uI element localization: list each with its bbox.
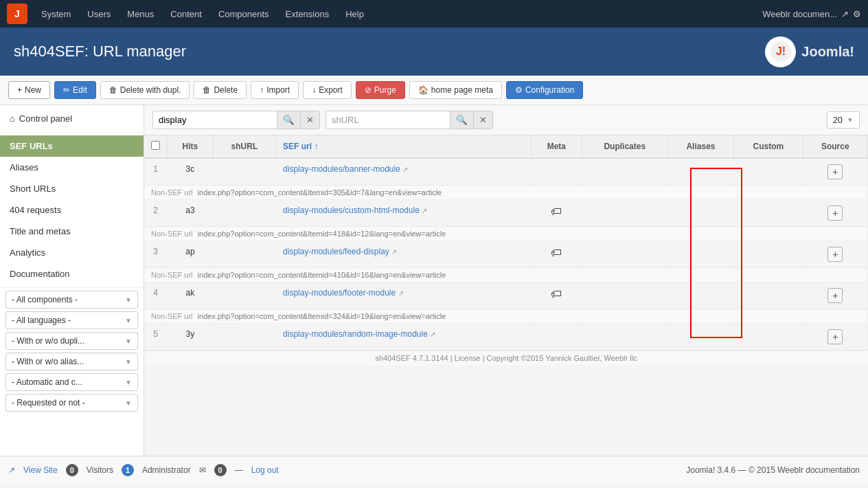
row-hits: ap	[168, 241, 214, 268]
row-sef-url: display-modules/feed-display ↗	[276, 241, 532, 268]
external-link-icon: ↗	[841, 9, 849, 19]
row-source: +	[803, 158, 867, 186]
row-shurl	[213, 241, 275, 268]
row-aliases	[667, 200, 733, 227]
shurl-search-clear[interactable]: ✕	[473, 111, 492, 129]
nav-content[interactable]: Content	[163, 6, 209, 22]
trash-icon: 🗑	[109, 85, 117, 95]
nav-help[interactable]: Help	[339, 6, 371, 22]
external-link-icon: ↗	[402, 166, 408, 173]
requested-or-not-dropdown[interactable]: - Requested or not - ▼	[5, 394, 138, 412]
row-custom	[734, 282, 803, 309]
delete-dupl-button[interactable]: 🗑 Delete with dupl.	[100, 81, 190, 99]
status-copyright: Joomla! 3.4.6 — © 2015 Weeblr documentat…	[686, 465, 860, 475]
per-page-chevron-icon: ▼	[847, 116, 854, 124]
source-plus-button[interactable]: +	[827, 329, 843, 344]
sef-url-link[interactable]: display-modules/footer-module	[283, 288, 396, 298]
edit-button[interactable]: ✏ Edit	[54, 81, 96, 99]
shurl-search-wrap: 🔍 ✕	[326, 111, 493, 129]
table-wrapper: Hits shURL SEF url ↑ Meta Duplicates Ali…	[144, 135, 868, 351]
meta-tag-icon: 🏷	[551, 288, 562, 300]
row-shurl	[213, 282, 275, 309]
purge-button[interactable]: ⊘ Purge	[356, 81, 405, 99]
purge-icon: ⊘	[365, 85, 372, 95]
non-sef-url-cell: Non-SEF url index.php?option=com_content…	[144, 186, 868, 200]
sef-search-wrap: 🔍 ✕	[152, 111, 320, 129]
source-plus-button[interactable]: +	[827, 247, 843, 262]
non-sef-row: Non-SEF url index.php?option=com_content…	[144, 186, 868, 200]
sidebar-divider-2	[0, 287, 144, 288]
all-languages-dropdown[interactable]: - All languages - ▼	[5, 311, 138, 329]
gear-icon[interactable]: ⚙	[853, 9, 861, 19]
sef-search-input[interactable]	[153, 111, 277, 129]
visitors-label: Visitors	[87, 465, 113, 475]
sef-url-link[interactable]: display-modules/random-image-module	[283, 329, 428, 339]
row-custom	[734, 200, 803, 227]
external-link-icon: ↗	[398, 289, 404, 297]
table-row: 3 ap display-modules/feed-display ↗ 🏷 +	[144, 241, 868, 268]
sef-search-clear[interactable]: ✕	[300, 111, 319, 129]
delete-button[interactable]: 🗑 Delete	[194, 81, 247, 99]
with-wo-dupl-dropdown[interactable]: - With or w/o dupli... ▼	[5, 332, 138, 350]
nav-components[interactable]: Components	[212, 6, 276, 22]
row-aliases	[667, 241, 733, 268]
per-page-selector[interactable]: 20 ▼	[827, 111, 860, 129]
row-hits: 3y	[168, 324, 214, 351]
sidebar-item-analytics[interactable]: Analytics	[0, 242, 144, 263]
homepage-meta-button[interactable]: 🏠 home page meta	[409, 81, 502, 99]
row-aliases	[667, 282, 733, 309]
nav-users[interactable]: Users	[80, 6, 117, 22]
shurl-search-button[interactable]: 🔍	[450, 111, 473, 129]
source-plus-button[interactable]: +	[827, 288, 843, 303]
non-sef-label: Non-SEF url	[151, 312, 193, 320]
sidebar-item-short-urls[interactable]: Short URLs	[0, 178, 144, 199]
home-sidebar-icon: ⌂	[10, 113, 15, 124]
row-source: +	[803, 324, 867, 351]
row-source: +	[803, 241, 867, 268]
sidebar-item-title-metas[interactable]: Title and metas	[0, 221, 144, 242]
search-bar: 🔍 ✕ 🔍 ✕ 20 ▼	[144, 105, 868, 135]
external-link-icon: ↗	[391, 248, 397, 256]
meta-tag-icon: 🏷	[551, 206, 562, 218]
nav-menus[interactable]: Menus	[120, 6, 161, 22]
sef-url-link[interactable]: display-modules/feed-display	[283, 247, 389, 256]
all-components-dropdown[interactable]: - All components - ▼	[5, 291, 138, 309]
row-meta: 🏷	[531, 282, 582, 309]
view-site-link[interactable]: View Site	[23, 465, 58, 475]
import-button[interactable]: ↑ Import	[251, 81, 299, 99]
non-sef-row: Non-SEF url index.php?option=com_content…	[144, 309, 868, 324]
row-hits: 3c	[168, 158, 214, 186]
meta-tag-icon: 🏷	[551, 247, 562, 259]
new-button[interactable]: + New	[8, 81, 50, 99]
non-sef-url-value: index.php?option=com_content&Itemid=418&…	[198, 230, 446, 238]
import-icon: ↑	[260, 85, 264, 95]
configuration-button[interactable]: ⚙ Configuration	[506, 81, 583, 99]
sef-url-link[interactable]: display-modules/banner-module	[283, 164, 400, 174]
sef-url-link[interactable]: display-modules/custom-html-module	[283, 206, 420, 215]
logout-link[interactable]: Log out	[251, 465, 279, 475]
sef-search-button[interactable]: 🔍	[277, 111, 300, 129]
row-meta: 🏷	[531, 241, 582, 268]
automatic-and-dropdown[interactable]: - Automatic and c... ▼	[5, 373, 138, 391]
with-wo-alias-dropdown[interactable]: - With or w/o alias... ▼	[5, 353, 138, 370]
admin-count-badge: 1	[122, 464, 134, 476]
nav-extensions[interactable]: Extensions	[279, 6, 336, 22]
select-all-checkbox[interactable]	[151, 141, 160, 150]
th-aliases: Aliases	[667, 135, 733, 158]
source-plus-button[interactable]: +	[827, 206, 843, 221]
sidebar-item-documentation[interactable]: Documentation	[0, 263, 144, 285]
source-plus-button[interactable]: +	[827, 164, 843, 179]
sidebar-item-control-panel[interactable]: ⌂ Control panel	[0, 108, 144, 129]
row-shurl	[213, 200, 275, 227]
export-button[interactable]: ↓ Export	[303, 81, 352, 99]
sidebar-item-404-requests[interactable]: 404 requests	[0, 199, 144, 221]
non-sef-url-value: index.php?option=com_content&Itemid=305&…	[198, 188, 442, 197]
weeblr-link[interactable]: Weeblr documen...	[762, 9, 837, 19]
config-gear-icon: ⚙	[515, 85, 523, 95]
shurl-search-input[interactable]	[326, 111, 450, 129]
th-sef-url[interactable]: SEF url ↑	[276, 135, 532, 158]
sidebar-item-sef-urls[interactable]: SEF URLs	[0, 135, 144, 157]
row-custom	[734, 324, 803, 351]
sidebar-item-aliases[interactable]: Aliases	[0, 157, 144, 178]
nav-system[interactable]: System	[34, 6, 78, 22]
